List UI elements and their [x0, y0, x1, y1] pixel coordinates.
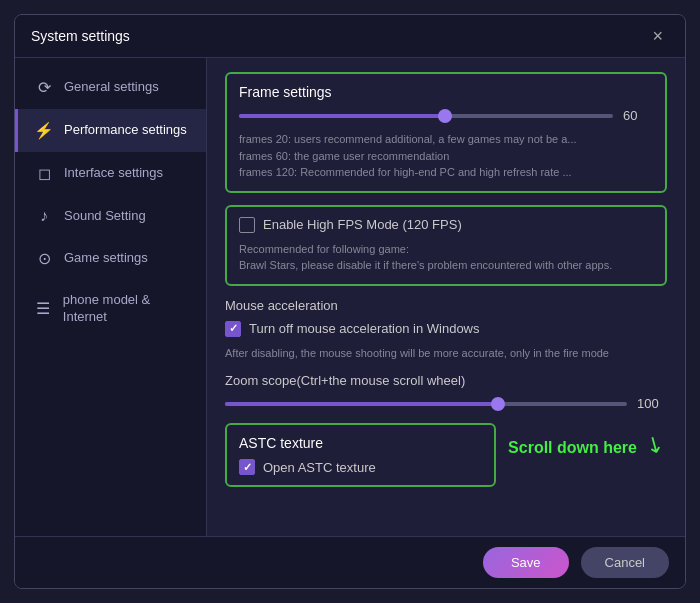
fps-checkbox-row: Enable High FPS Mode (120 FPS)	[239, 217, 653, 233]
zoom-slider-track[interactable]	[225, 402, 627, 406]
zoom-slider-row: 100	[225, 396, 667, 411]
sidebar-item-sound[interactable]: ♪ Sound Setting	[15, 195, 206, 237]
astc-section: ASTC texture Open ASTC texture	[225, 423, 496, 487]
astc-title: ASTC texture	[239, 435, 482, 451]
sidebar-item-performance[interactable]: ⚡ Performance settings	[15, 109, 206, 152]
fps-checkbox-label: Enable High FPS Mode (120 FPS)	[263, 217, 462, 232]
main-content: Frame settings 60 frames 20: users recom…	[207, 58, 685, 536]
scroll-annotation: Scroll down here ↘	[508, 423, 667, 457]
sidebar-label-phone: phone model & Internet	[63, 292, 190, 326]
sidebar: ⟳ General settings ⚡ Performance setting…	[15, 58, 207, 536]
cancel-button[interactable]: Cancel	[581, 547, 669, 578]
zoom-slider-thumb[interactable]	[491, 397, 505, 411]
fps-checkbox[interactable]	[239, 217, 255, 233]
close-button[interactable]: ×	[646, 25, 669, 47]
frame-slider-track[interactable]	[239, 114, 613, 118]
dialog-footer: Save Cancel	[15, 536, 685, 588]
title-bar: System settings ×	[15, 15, 685, 58]
performance-icon: ⚡	[34, 121, 54, 140]
frame-slider-fill	[239, 114, 445, 118]
frame-slider-thumb[interactable]	[438, 109, 452, 123]
mouse-accel-checkbox-label: Turn off mouse acceleration in Windows	[249, 321, 480, 336]
sound-icon: ♪	[34, 207, 54, 225]
mouse-accel-desc: After disabling, the mouse shooting will…	[225, 345, 667, 362]
fps-mode-section: Enable High FPS Mode (120 FPS) Recommend…	[225, 205, 667, 286]
system-settings-dialog: System settings × ⟳ General settings ⚡ P…	[14, 14, 686, 589]
game-icon: ⊙	[34, 249, 54, 268]
sidebar-item-interface[interactable]: ◻ Interface settings	[15, 152, 206, 195]
fps-desc: Recommended for following game: Brawl St…	[239, 241, 653, 274]
dialog-title: System settings	[31, 28, 130, 44]
sidebar-label-game: Game settings	[64, 250, 148, 267]
sidebar-item-phone[interactable]: ☰ phone model & Internet	[15, 280, 206, 338]
dialog-body: ⟳ General settings ⚡ Performance setting…	[15, 58, 685, 536]
general-icon: ⟳	[34, 78, 54, 97]
interface-icon: ◻	[34, 164, 54, 183]
mouse-accel-title: Mouse acceleration	[225, 298, 667, 313]
zoom-scope-section: Zoom scope(Ctrl+the mouse scroll wheel) …	[225, 373, 667, 411]
frame-slider-value: 60	[623, 108, 653, 123]
zoom-slider-fill	[225, 402, 498, 406]
sidebar-item-game[interactable]: ⊙ Game settings	[15, 237, 206, 280]
astc-row: ASTC texture Open ASTC texture Scroll do…	[225, 423, 667, 487]
sidebar-item-general[interactable]: ⟳ General settings	[15, 66, 206, 109]
phone-icon: ☰	[34, 299, 53, 318]
scroll-arrow-icon: ↘	[640, 428, 669, 460]
frame-desc: frames 20: users recommend additional, a…	[239, 131, 653, 181]
astc-checkbox[interactable]	[239, 459, 255, 475]
frame-settings-title: Frame settings	[239, 84, 653, 100]
mouse-accel-checkbox[interactable]	[225, 321, 241, 337]
zoom-scope-title: Zoom scope(Ctrl+the mouse scroll wheel)	[225, 373, 667, 388]
sidebar-label-general: General settings	[64, 79, 159, 96]
sidebar-label-sound: Sound Setting	[64, 208, 146, 225]
mouse-accel-section: Mouse acceleration Turn off mouse accele…	[225, 298, 667, 362]
astc-checkbox-label: Open ASTC texture	[263, 460, 376, 475]
zoom-slider-value: 100	[637, 396, 667, 411]
frame-settings-section: Frame settings 60 frames 20: users recom…	[225, 72, 667, 193]
sidebar-label-performance: Performance settings	[64, 122, 187, 139]
mouse-accel-checkbox-row: Turn off mouse acceleration in Windows	[225, 321, 667, 337]
save-button[interactable]: Save	[483, 547, 569, 578]
astc-checkbox-row: Open ASTC texture	[239, 459, 482, 475]
scroll-annotation-text: Scroll down here	[508, 439, 637, 457]
frame-slider-row: 60	[239, 108, 653, 123]
sidebar-label-interface: Interface settings	[64, 165, 163, 182]
